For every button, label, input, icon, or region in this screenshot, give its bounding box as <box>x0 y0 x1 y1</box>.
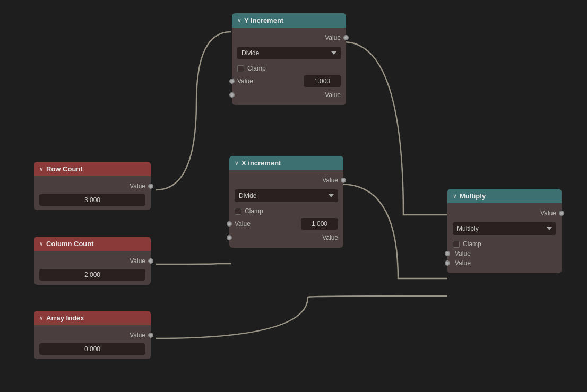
multiply-output-socket[interactable] <box>559 211 564 216</box>
row-count-header: ∨ Row Count <box>34 162 151 176</box>
node-canvas: ∨ Y Increment Value Divide Add Subtract … <box>0 0 587 392</box>
x-increment-bottom-out: Value <box>235 234 338 241</box>
multiply-title: Multiply <box>460 192 486 200</box>
y-increment-chevron[interactable]: ∨ <box>237 18 241 23</box>
y-increment-header: ∨ Y Increment <box>232 13 346 28</box>
row-count-value-input[interactable] <box>39 194 145 206</box>
multiply-val1-row: Value <box>453 250 556 257</box>
x-increment-body: Value Divide Add Subtract Multiply Clamp… <box>229 170 343 248</box>
x-increment-header: ∨ X increment <box>229 156 343 170</box>
array-index-value-label: Value <box>130 332 145 339</box>
x-increment-clamp-checkbox[interactable] <box>235 208 241 215</box>
y-increment-body: Value Divide Add Subtract Multiply Clamp… <box>232 28 346 105</box>
node-multiply: ∨ Multiply Value Multiply Add Subtract D… <box>447 189 562 273</box>
node-row-count: ∨ Row Count Value <box>34 162 151 210</box>
x-increment-value-out: Value <box>235 177 338 184</box>
row-count-title: Row Count <box>46 165 83 173</box>
column-count-output-row: Value <box>39 257 145 265</box>
y-increment-val-label: Value <box>237 77 253 85</box>
array-index-header: ∨ Array Index <box>34 311 151 325</box>
x-increment-dropdown[interactable]: Divide Add Subtract Multiply <box>235 189 338 202</box>
x-increment-val-input[interactable] <box>301 218 338 230</box>
row-count-output-row: Value <box>39 182 145 190</box>
y-increment-bottom-label: Value <box>325 91 341 99</box>
row-count-chevron[interactable]: ∨ <box>39 166 43 172</box>
multiply-val1-socket[interactable] <box>445 251 450 256</box>
x-increment-value-label: Value <box>322 177 338 184</box>
multiply-value-out: Value <box>453 210 556 217</box>
multiply-val2-socket[interactable] <box>445 260 450 266</box>
array-index-body: Value <box>34 325 151 359</box>
multiply-chevron[interactable]: ∨ <box>453 193 456 199</box>
y-increment-value-out: Value <box>237 34 341 41</box>
x-increment-clamp-row: Clamp <box>235 207 338 215</box>
column-count-value-label: Value <box>130 257 145 265</box>
row-count-value-label: Value <box>130 182 145 190</box>
array-index-chevron[interactable]: ∨ <box>39 315 43 321</box>
x-increment-value-row: Value <box>235 218 338 230</box>
y-increment-title: Y Increment <box>244 16 283 24</box>
node-array-index: ∨ Array Index Value <box>34 311 151 359</box>
y-increment-value-label: Value <box>325 34 341 41</box>
x-increment-clamp-label: Clamp <box>245 207 263 215</box>
multiply-val2-row: Value <box>453 259 556 267</box>
node-column-count: ∨ Column Count Value <box>34 237 151 285</box>
x-increment-bottom-socket[interactable] <box>227 235 232 240</box>
x-increment-val-label: Value <box>235 220 251 228</box>
multiply-val1-label: Value <box>455 250 471 257</box>
row-count-output-socket[interactable] <box>148 184 153 189</box>
column-count-chevron[interactable]: ∨ <box>39 241 43 247</box>
column-count-value-input[interactable] <box>39 269 145 281</box>
y-increment-clamp-checkbox[interactable] <box>237 65 244 72</box>
multiply-val2-label: Value <box>455 259 471 267</box>
column-count-header: ∨ Column Count <box>34 237 151 251</box>
multiply-clamp-row: Clamp <box>453 240 556 248</box>
x-increment-val-socket-left[interactable] <box>227 221 232 227</box>
multiply-header: ∨ Multiply <box>447 189 562 203</box>
y-increment-dropdown[interactable]: Divide Add Subtract Multiply <box>237 47 341 59</box>
y-increment-value-row: Value <box>237 75 341 87</box>
node-x-increment: ∨ X increment Value Divide Add Subtract … <box>229 156 343 248</box>
multiply-clamp-checkbox[interactable] <box>453 241 460 248</box>
node-y-increment: ∨ Y Increment Value Divide Add Subtract … <box>232 13 346 105</box>
array-index-value-input[interactable] <box>39 343 145 355</box>
column-count-output-socket[interactable] <box>148 258 153 264</box>
multiply-body: Value Multiply Add Subtract Divide Clamp… <box>447 203 562 273</box>
multiply-value-label: Value <box>540 210 556 217</box>
y-increment-val-input[interactable] <box>304 75 341 87</box>
row-count-body: Value <box>34 176 151 210</box>
multiply-dropdown[interactable]: Multiply Add Subtract Divide <box>453 222 556 235</box>
column-count-title: Column Count <box>46 240 94 248</box>
y-increment-clamp-label: Clamp <box>247 65 266 72</box>
multiply-clamp-label: Clamp <box>463 240 481 248</box>
y-increment-val-socket-left[interactable] <box>229 79 235 84</box>
x-increment-chevron[interactable]: ∨ <box>235 160 238 166</box>
y-increment-output-socket[interactable] <box>343 35 349 40</box>
x-increment-output-socket[interactable] <box>341 178 346 183</box>
y-increment-bottom-out: Value <box>237 91 341 99</box>
array-index-title: Array Index <box>46 314 84 322</box>
y-increment-bottom-socket[interactable] <box>229 92 235 98</box>
y-increment-clamp-row: Clamp <box>237 65 341 72</box>
column-count-body: Value <box>34 251 151 285</box>
array-index-output-socket[interactable] <box>148 333 153 338</box>
x-increment-title: X increment <box>241 159 281 167</box>
x-increment-bottom-label: Value <box>322 234 338 241</box>
array-index-output-row: Value <box>39 332 145 339</box>
